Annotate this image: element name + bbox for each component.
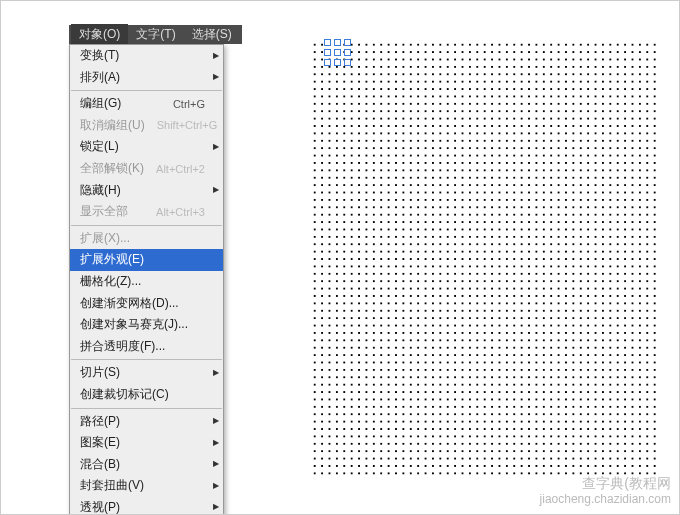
menu-ungroup: 取消编组(U)Shift+Ctrl+G xyxy=(70,115,223,137)
menu-transform[interactable]: 变换(T) xyxy=(70,45,223,67)
menu-crop-marks[interactable]: 创建裁切标记(C) xyxy=(70,384,223,406)
separator xyxy=(71,359,222,360)
menubar: 对象(O) 文字(T) 选择(S) xyxy=(69,25,242,44)
separator xyxy=(71,225,222,226)
menu-blend[interactable]: 混合(B) xyxy=(70,454,223,476)
menu-lock[interactable]: 锁定(L) xyxy=(70,136,223,158)
menu-arrange[interactable]: 排列(A) xyxy=(70,67,223,89)
artwork-pattern xyxy=(311,41,656,476)
menu-rasterize[interactable]: 栅格化(Z)... xyxy=(70,271,223,293)
menu-expand: 扩展(X)... xyxy=(70,228,223,250)
menu-unlock-all: 全部解锁(K)Alt+Ctrl+2 xyxy=(70,158,223,180)
menu-object-mosaic[interactable]: 创建对象马赛克(J)... xyxy=(70,314,223,336)
watermark-url: jiaocheng.chazidian.com xyxy=(540,492,671,508)
menu-slice[interactable]: 切片(S) xyxy=(70,362,223,384)
object-menu-dropdown: 变换(T) 排列(A) 编组(G)Ctrl+G 取消编组(U)Shift+Ctr… xyxy=(69,44,224,515)
watermark-title: 查字典(教程网 xyxy=(540,474,671,492)
menu-flatten-transparency[interactable]: 拼合透明度(F)... xyxy=(70,336,223,358)
menu-pattern[interactable]: 图案(E) xyxy=(70,432,223,454)
menu-path[interactable]: 路径(P) xyxy=(70,411,223,433)
menu-text[interactable]: 文字(T) xyxy=(128,24,183,45)
separator xyxy=(71,408,222,409)
menu-perspective[interactable]: 透视(P) xyxy=(70,497,223,515)
separator xyxy=(71,90,222,91)
menu-hide[interactable]: 隐藏(H) xyxy=(70,180,223,202)
menu-show-all: 显示全部Alt+Ctrl+3 xyxy=(70,201,223,223)
menu-object[interactable]: 对象(O) xyxy=(71,24,128,45)
menu-gradient-mesh[interactable]: 创建渐变网格(D)... xyxy=(70,293,223,315)
watermark: 查字典(教程网 jiaocheng.chazidian.com xyxy=(540,474,671,508)
menu-group[interactable]: 编组(G)Ctrl+G xyxy=(70,93,223,115)
menu-envelope[interactable]: 封套扭曲(V) xyxy=(70,475,223,497)
menu-expand-appearance[interactable]: 扩展外观(E) xyxy=(70,249,223,271)
menu-select[interactable]: 选择(S) xyxy=(184,24,240,45)
